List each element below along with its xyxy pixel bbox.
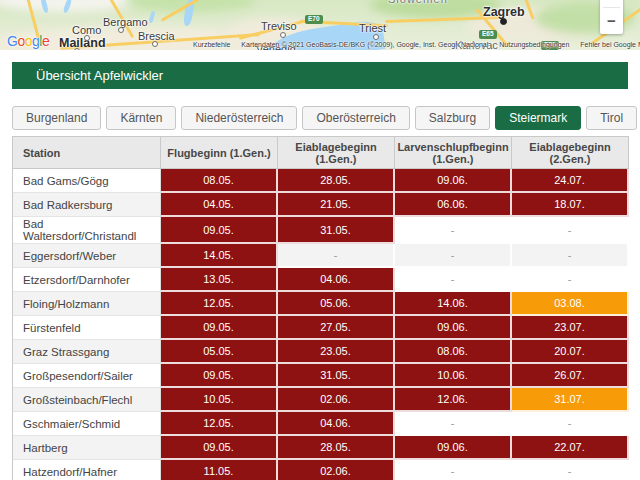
- map-attribution: Kurzbefehle Kartendaten © 2021 GeoBasis-…: [193, 41, 640, 48]
- table-row: Bad Radkersburg04.05.21.05.06.06.18.07.: [13, 193, 629, 217]
- date-cell: 02.06.: [278, 388, 395, 412]
- city-dot: [152, 41, 158, 47]
- city-dot: [118, 27, 124, 33]
- column-header: Larvenschlupfbeginn (1.Gen.): [395, 137, 512, 169]
- station-cell: Bad Radkersburg: [13, 193, 161, 217]
- date-cell: 06.06.: [395, 193, 512, 217]
- table-row: Hatzendorf/Hafner11.05.02.06.--: [13, 460, 629, 480]
- date-cell: 08.06.: [395, 340, 512, 364]
- zoom-out-button[interactable]: −: [600, 8, 623, 35]
- city-dot: [373, 34, 379, 40]
- table-row: Fürstenfeld09.05.27.05.09.06.23.07.: [13, 316, 629, 340]
- column-header: Station: [13, 137, 161, 169]
- city-label-zagreb: Zagreb: [483, 5, 525, 19]
- date-cell: 09.06.: [395, 169, 512, 193]
- tab-steiermark[interactable]: Steiermark: [495, 106, 581, 130]
- date-cell: 31.07.: [512, 388, 629, 412]
- date-cell: 04.06.: [278, 268, 395, 292]
- date-cell: 08.05.: [161, 169, 278, 193]
- date-cell: 04.06.: [278, 412, 395, 436]
- table-body: Bad Gams/Gögg08.05.28.05.09.06.24.07.Bad…: [13, 169, 629, 480]
- date-cell: 10.06.: [395, 364, 512, 388]
- date-cell: -: [395, 412, 512, 436]
- date-cell: 12.05.: [161, 292, 278, 316]
- table-header: StationFlugbeginn (1.Gen.)Eiablagebeginn…: [13, 137, 629, 169]
- panel-header: Übersicht Apfelwickler: [12, 62, 628, 89]
- tab-tirol[interactable]: Tirol: [586, 106, 637, 130]
- date-cell: 05.06.: [278, 292, 395, 316]
- city-label-triest: Triest: [359, 22, 386, 34]
- date-cell: 12.05.: [161, 412, 278, 436]
- date-cell: 09.06.: [395, 436, 512, 460]
- tabs: BurgenlandKärntenNiederösterreichOberöst…: [12, 106, 628, 130]
- date-cell: -: [395, 244, 512, 268]
- page-title: Übersicht Apfelwickler: [36, 68, 163, 83]
- table-row: Gschmaier/Schmid12.05.04.06.--: [13, 412, 629, 436]
- tab-obersterreich[interactable]: Oberösterreich: [302, 106, 409, 130]
- date-cell: 03.08.: [512, 292, 629, 316]
- station-cell: Floing/Holzmann: [13, 292, 161, 316]
- station-cell: Großsteinbach/Flechl: [13, 388, 161, 412]
- google-logo[interactable]: Google: [7, 33, 49, 49]
- date-cell: 27.05.: [278, 316, 395, 340]
- road-shield-e65: E65: [479, 30, 497, 39]
- table-row: Großsteinbach/Flechl10.05.02.06.12.06.31…: [13, 388, 629, 412]
- table-header-row: StationFlugbeginn (1.Gen.)Eiablagebeginn…: [13, 137, 629, 169]
- station-cell: Bad Waltersdorf/Christandl: [13, 217, 161, 244]
- date-cell: -: [512, 268, 629, 292]
- map[interactable]: Como Bergamo Mailand Brescia Treviso Ven…: [0, 0, 640, 50]
- attribution-report-link[interactable]: Fehler bei Google Maps melden: [580, 41, 640, 48]
- date-cell: 05.05.: [161, 340, 278, 364]
- date-cell: 09.05.: [161, 316, 278, 340]
- date-cell: 09.05.: [161, 364, 278, 388]
- date-cell: 09.05.: [161, 436, 278, 460]
- road-shield-e70: E70: [305, 15, 323, 24]
- date-cell: 28.05.: [278, 436, 395, 460]
- city-dot: [280, 32, 286, 38]
- date-cell: -: [395, 460, 512, 480]
- tab-krnten[interactable]: Kärnten: [106, 106, 176, 130]
- table-row: Hartberg09.05.28.05.09.06.22.07.: [13, 436, 629, 460]
- date-cell: 23.07.: [512, 316, 629, 340]
- date-cell: 20.07.: [512, 340, 629, 364]
- date-cell: -: [278, 244, 395, 268]
- table-row: Großpesendorf/Sailer09.05.31.05.10.06.26…: [13, 364, 629, 388]
- station-cell: Graz Strassgang: [13, 340, 161, 364]
- table-row: Graz Strassgang05.05.23.05.08.06.20.07.: [13, 340, 629, 364]
- station-cell: Hartberg: [13, 436, 161, 460]
- date-cell: 02.06.: [278, 460, 395, 480]
- station-cell: Großpesendorf/Sailer: [13, 364, 161, 388]
- date-cell: -: [512, 217, 629, 244]
- date-cell: 18.07.: [512, 193, 629, 217]
- date-cell: -: [512, 244, 629, 268]
- date-cell: 04.05.: [161, 193, 278, 217]
- date-cell: 31.05.: [278, 364, 395, 388]
- date-cell: -: [395, 268, 512, 292]
- date-cell: 26.07.: [512, 364, 629, 388]
- date-cell: -: [512, 460, 629, 480]
- table-row: Etzersdorf/Darnhofer13.05.04.06.--: [13, 268, 629, 292]
- column-header: Eiablagebeginn (2.Gen.): [512, 137, 629, 169]
- tab-burgenland[interactable]: Burgenland: [12, 106, 101, 130]
- attribution-shortcuts-link[interactable]: Kurzbefehle: [193, 41, 230, 48]
- date-cell: -: [512, 412, 629, 436]
- attribution-map-data: Kartendaten © 2021 GeoBasis-DE/BKG (©200…: [241, 41, 488, 48]
- column-header: Eiablagebeginn (1.Gen.): [278, 137, 395, 169]
- station-cell: Bad Gams/Gögg: [13, 169, 161, 193]
- date-cell: 14.06.: [395, 292, 512, 316]
- table-row: Eggersdorf/Weber14.05.---: [13, 244, 629, 268]
- tab-salzburg[interactable]: Salzburg: [415, 106, 490, 130]
- date-cell: 22.07.: [512, 436, 629, 460]
- date-cell: -: [395, 217, 512, 244]
- station-cell: Eggersdorf/Weber: [13, 244, 161, 268]
- map-water-lake-iseo: [149, 11, 156, 24]
- attribution-terms-link[interactable]: Nutzungsbedingungen: [499, 41, 569, 48]
- city-label-brescia: Brescia: [138, 30, 175, 42]
- city-dot: [84, 35, 90, 41]
- tab-niedersterreich[interactable]: Niederösterreich: [181, 106, 297, 130]
- date-cell: 09.05.: [161, 217, 278, 244]
- table-row: Bad Gams/Gögg08.05.28.05.09.06.24.07.: [13, 169, 629, 193]
- table-row: Bad Waltersdorf/Christandl09.05.31.05.--: [13, 217, 629, 244]
- station-cell: Gschmaier/Schmid: [13, 412, 161, 436]
- date-cell: 28.05.: [278, 169, 395, 193]
